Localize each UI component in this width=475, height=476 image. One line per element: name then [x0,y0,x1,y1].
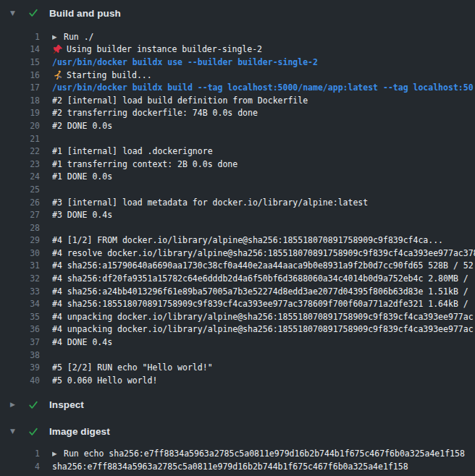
section-header[interactable]: ▶ Inspect [0,393,475,417]
log-line-content: Starting build... [52,69,475,80]
line-number[interactable]: 37 [0,337,40,347]
log-line-content: #1 transferring context: 2B 0.0s done [52,159,475,169]
expand-group-icon[interactable]: ▶ [52,451,59,457]
log-line-text: Using builder instance builder-single-2 [67,44,262,54]
log-line-text: #4 unpacking docker.io/library/alpine@sh… [52,312,474,322]
log-line-content: #5 [2/2] RUN echo "Hello world!" [52,362,475,373]
log-line-content: /usr/bin/docker buildx use --builder bui… [52,57,475,67]
log-section: ▼ Image digest 1 ▶Run echo sha256:e7ff88… [0,419,475,476]
chevron-right-icon[interactable]: ▶ [10,401,19,408]
log-line-text: #4 [1/2] FROM docker.io/library/alpine@s… [52,235,443,245]
log-line: 24 #1 DONE 0.0s [0,171,475,184]
line-number[interactable]: 21 [0,134,40,144]
log-line-content: #1 DONE 0.0s [52,171,475,182]
log-line-text: #4 sha256:df20fa9351a15782c64e6dddb2d4a6… [52,273,474,284]
line-number[interactable]: 4 [0,462,40,472]
log-line: 31 #4 sha256:a15790640a6690aa1730c38cf0a… [0,260,475,273]
log-line: 30 #4 resolve docker.io/library/alpine@s… [0,247,475,260]
line-number[interactable]: 20 [0,121,40,131]
line-number[interactable]: 1 [0,32,40,42]
log-line-text: #2 DONE 0.0s [52,121,112,131]
log-line-content: sha256:e7ff8834a5963a2785c5a0811e979d16b… [52,462,475,472]
line-number[interactable]: 39 [0,362,40,373]
log-line: 26 #3 [internal] load metadata for docke… [0,196,475,209]
line-number[interactable]: 18 [0,95,40,106]
line-number[interactable]: 22 [0,146,40,156]
log-line: 39 #5 [2/2] RUN echo "Hello world!" [0,361,475,374]
line-number[interactable]: 34 [0,299,40,309]
line-number[interactable]: 17 [0,82,40,93]
log-line: 25 [0,183,475,196]
line-number[interactable]: 30 [0,248,40,258]
pushpin-icon [52,44,63,55]
log-line-content: #4 sha256:a24bb4013296f61e89ba57005a7b3e… [52,286,475,297]
section-header[interactable]: ▼ Build and push [0,0,475,26]
log-line: 18 #2 [internal] load build definition f… [0,94,475,107]
line-number[interactable]: 1 [0,449,40,459]
section-header[interactable]: ▼ Image digest [0,419,475,445]
log-line: 4 sha256:e7ff8834a5963a2785c5a0811e979d1… [0,460,475,473]
log-line-text: #4 sha256:a15790640a6690aa1730c38cf0a440… [52,260,474,271]
section-title: Image digest [49,426,110,437]
line-number[interactable]: 33 [0,286,40,297]
log-line-content: #3 [internal] load metadata for docker.i… [52,197,475,208]
line-number[interactable]: 24 [0,171,40,182]
line-number[interactable]: 26 [0,197,40,208]
log-line-text: /usr/bin/docker buildx build --tag local… [52,82,474,93]
log-line: 22 #1 [internal] load .dockerignore [0,145,475,158]
line-number[interactable]: 36 [0,324,40,334]
log-section: ▶ Inspect [0,393,475,417]
log-line: 20 #2 DONE 0.0s [0,119,475,132]
log-line-content: #4 [1/2] FROM docker.io/library/alpine@s… [52,235,475,245]
log-line-text: /usr/bin/docker buildx use --builder bui… [52,57,318,67]
line-number[interactable]: 40 [0,375,40,386]
log-line-content: #5 0.060 Hello world! [52,375,475,386]
log-line-text: sha256:e7ff8834a5963a2785c5a0811e979d16b… [52,462,408,472]
section-log-lines: 1 ▶Run ./ 14 Using builder instance buil… [0,26,475,391]
line-number[interactable]: 14 [0,44,40,54]
line-number[interactable]: 31 [0,260,40,271]
line-number[interactable]: 32 [0,273,40,284]
log-line-text: #5 0.060 Hello world! [52,375,157,386]
log-line-text: #1 DONE 0.0s [52,171,112,182]
log-line-text: #1 [internal] load .dockerignore [52,146,213,156]
log-line: 36 #4 unpacking docker.io/library/alpine… [0,323,475,336]
log-line: 19 #2 transferring dockerfile: 74B 0.0s … [0,107,475,120]
expand-group-icon[interactable]: ▶ [52,34,59,41]
success-check-icon [28,7,39,19]
log-line-text: #2 transferring dockerfile: 74B 0.0s don… [52,108,258,118]
line-number[interactable]: 38 [0,350,40,360]
log-line-text: #4 resolve docker.io/library/alpine@sha2… [52,248,475,258]
log-line: 27 #3 DONE 0.4s [0,208,475,221]
log-line: 40 #5 0.060 Hello world! [0,374,475,387]
log-line-content: Using builder instance builder-single-2 [52,44,475,55]
line-number[interactable]: 29 [0,235,40,245]
section-log-lines: 1 ▶Run echo sha256:e7ff8834a5963a2785c5a… [0,445,475,476]
line-number[interactable]: 19 [0,108,40,118]
log-line: 28 [0,221,475,234]
workflow-log: ▼ Build and push 1 ▶Run ./ 14 Using buil… [0,0,475,476]
log-line-content: #4 DONE 0.4s [52,337,475,347]
success-check-icon [28,426,39,438]
line-number[interactable]: 28 [0,223,40,233]
log-line-content: ▶Run ./ [52,32,475,42]
line-number[interactable]: 25 [0,184,40,195]
log-line: 33 #4 sha256:a24bb4013296f61e89ba57005a7… [0,285,475,298]
chevron-down-icon[interactable]: ▼ [10,428,19,435]
log-line-text: #3 DONE 0.4s [52,210,112,220]
log-line-text: #4 unpacking docker.io/library/alpine@sh… [52,324,474,334]
chevron-down-icon[interactable]: ▼ [10,10,19,17]
log-line: 17 /usr/bin/docker buildx build --tag lo… [0,81,475,94]
line-number[interactable]: 16 [0,70,40,80]
log-line-content: #3 DONE 0.4s [52,210,475,220]
log-line-text: #4 DONE 0.4s [52,337,112,347]
log-line-text: #2 [internal] load build definition from… [52,95,308,106]
log-line: 21 [0,132,475,145]
line-number[interactable]: 35 [0,312,40,322]
line-number[interactable]: 27 [0,210,40,220]
log-line-content: #4 unpacking docker.io/library/alpine@sh… [52,312,475,322]
line-number[interactable]: 15 [0,57,40,67]
line-number[interactable]: 23 [0,159,40,169]
log-line-text: #4 sha256:185518070891758909c9f839cf4ca3… [52,299,474,309]
log-line-content: ▶Run echo sha256:e7ff8834a5963a2785c5a08… [52,449,475,459]
